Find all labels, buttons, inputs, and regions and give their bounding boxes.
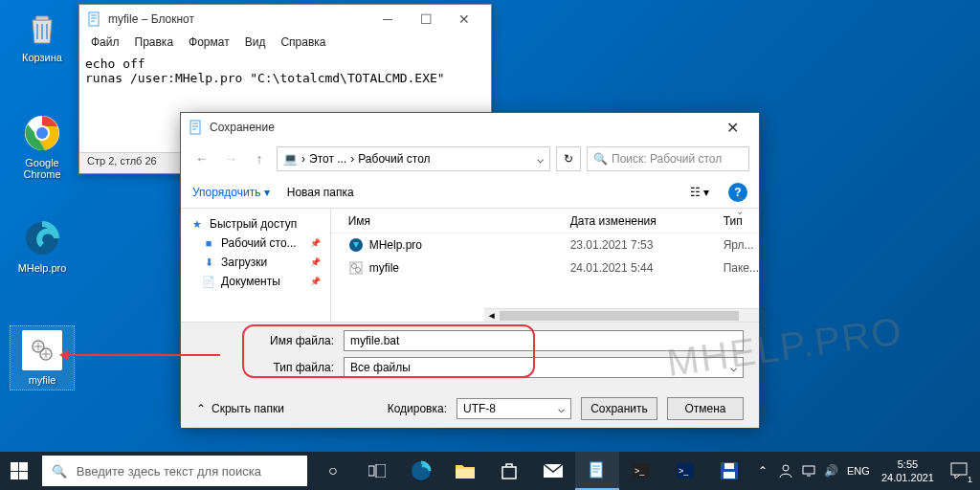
search-icon: 🔍 [52, 464, 67, 479]
svg-point-2 [36, 127, 48, 139]
desktop-icon-recycle[interactable]: Корзина [10, 8, 75, 63]
minimize-button[interactable]: ─ [368, 6, 407, 33]
menu-view[interactable]: Вид [237, 33, 274, 55]
view-options-button[interactable]: ☷ ▾ [688, 183, 711, 202]
notepad-title: myfile – Блокнот [108, 12, 368, 26]
annotation-arrow [65, 354, 220, 356]
shortcut-icon [348, 237, 364, 253]
filetype-select[interactable]: Все файлы⌵ [344, 357, 744, 378]
taskbar-save-icon[interactable] [707, 452, 751, 490]
notepad-icon [87, 11, 102, 27]
save-dialog-toolbar: Упорядочить ▾ Новая папка ☷ ▾ ? [181, 176, 759, 209]
taskbar-cmd[interactable]: >_ [619, 452, 663, 490]
menu-file[interactable]: Файл [83, 33, 127, 55]
pin-icon: 📌 [310, 238, 321, 248]
taskbar-edge[interactable] [399, 452, 443, 490]
pin-icon: 📌 [310, 257, 321, 267]
organize-button[interactable]: Упорядочить ▾ [192, 186, 270, 199]
taskbar-store[interactable] [487, 452, 531, 490]
tray-people-icon[interactable] [774, 452, 797, 490]
save-dialog-fields: Имя файла: Тип файла: Все файлы⌵ [181, 322, 759, 390]
desktop-icon-label: myfile [14, 374, 70, 386]
notepad-content[interactable]: echo off runas /user:MHelp.pro "C:\total… [79, 55, 491, 87]
taskbar-powershell[interactable]: >_ [663, 452, 707, 490]
breadcrumb-part[interactable]: Этот ... [309, 152, 346, 166]
horizontal-scrollbar[interactable]: ◄ [484, 308, 759, 322]
pin-icon: 📌 [310, 277, 321, 286]
svg-text:>_: >_ [679, 466, 689, 476]
batch-file-icon [348, 260, 364, 276]
menu-edit[interactable]: Правка [127, 33, 182, 55]
task-view-button[interactable] [355, 452, 399, 490]
desktop-icon-chrome[interactable]: Google Chrome [10, 113, 75, 180]
save-dialog-titlebar[interactable]: Сохранение ✕ [181, 113, 759, 142]
svg-rect-13 [376, 464, 386, 478]
batch-file-icon [22, 330, 62, 370]
search-input[interactable]: 🔍 Поиск: Рабочий стол [587, 146, 749, 171]
search-placeholder: Поиск: Рабочий стол [612, 152, 722, 166]
file-row[interactable]: myfile 24.01.2021 5:44 Паке... [331, 256, 759, 279]
taskbar: 🔍 Введите здесь текст для поиска ○ >_ >_… [0, 452, 980, 490]
nav-up-button[interactable]: ↑ [248, 147, 271, 170]
start-button[interactable] [0, 452, 38, 490]
column-date[interactable]: Дата изменения [570, 214, 724, 228]
desktop-icon: ■ [202, 236, 215, 250]
notification-count: 1 [968, 475, 972, 484]
svg-rect-12 [368, 466, 374, 476]
sidebar-documents[interactable]: 📄 Документы 📌 [185, 272, 326, 291]
cortana-button[interactable]: ○ [311, 452, 355, 490]
chrome-icon [22, 113, 62, 153]
menu-help[interactable]: Справка [273, 33, 333, 55]
taskbar-mail[interactable] [531, 452, 575, 490]
nav-back-button[interactable]: ← [190, 147, 213, 170]
file-row[interactable]: MHelp.pro 23.01.2021 7:53 Ярл... [331, 234, 759, 256]
tray-network-icon[interactable] [797, 452, 820, 490]
breadcrumb[interactable]: 💻 › Этот ... › Рабочий стол ⌵ [277, 146, 550, 171]
pc-icon: 💻 [283, 152, 298, 166]
close-button[interactable]: ✕ [445, 6, 483, 33]
save-dialog: Сохранение ✕ ← → ↑ 💻 › Этот ... › Рабочи… [180, 112, 760, 426]
close-button[interactable]: ✕ [713, 114, 751, 141]
filename-input[interactable] [344, 330, 744, 351]
edge-icon [22, 218, 62, 258]
desktop-icon-mhelp[interactable]: MHelp.pro [10, 218, 75, 274]
save-dialog-navbar: ← → ↑ 💻 › Этот ... › Рабочий стол ⌵ ↻ 🔍 … [181, 142, 759, 176]
cursor-position: Стр 2, стлб 26 [87, 155, 157, 167]
tray-notifications[interactable]: 1 [942, 452, 976, 490]
column-scroll[interactable]: ⌃⌄ [736, 195, 744, 216]
tray-language[interactable]: ENG [843, 452, 874, 490]
tray-chevron-up[interactable]: ⌃ [751, 452, 774, 490]
taskbar-search[interactable]: 🔍 Введите здесь текст для поиска [42, 456, 307, 486]
encoding-select[interactable]: UTF-8⌵ [457, 398, 571, 419]
breadcrumb-part[interactable]: Рабочий стол [358, 152, 430, 166]
maximize-button[interactable]: ☐ [407, 6, 445, 33]
svg-rect-15 [456, 469, 475, 479]
column-name[interactable]: Имя [331, 214, 570, 228]
taskbar-notepad[interactable] [575, 452, 619, 490]
cancel-button[interactable]: Отмена [667, 397, 744, 420]
nav-forward-button[interactable]: → [219, 147, 242, 170]
tray-volume-icon[interactable]: 🔊 [820, 452, 843, 490]
notepad-titlebar[interactable]: myfile – Блокнот ─ ☐ ✕ [79, 5, 491, 33]
menu-format[interactable]: Формат [181, 33, 237, 55]
filename-label: Имя файла: [257, 334, 334, 347]
svg-text:>_: >_ [635, 466, 645, 476]
tray-clock[interactable]: 5:55 24.01.2021 [874, 457, 942, 485]
documents-icon: 📄 [202, 275, 215, 288]
new-folder-button[interactable]: Новая папка [287, 186, 354, 199]
svg-rect-6 [89, 12, 99, 26]
hide-folders-button[interactable]: ⌃Скрыть папки [196, 402, 284, 415]
taskbar-explorer[interactable] [443, 452, 487, 490]
svg-rect-27 [951, 463, 967, 475]
save-dialog-title: Сохранение [210, 121, 713, 134]
file-list: ⌃⌄ Имя Дата изменения Тип MHelp.pro 23.0… [331, 209, 759, 322]
desktop-icon-label: MHelp.pro [10, 262, 75, 274]
filetype-label: Тип файла: [257, 361, 334, 374]
refresh-button[interactable]: ↻ [556, 146, 581, 171]
desktop-icon-label: Корзина [10, 52, 75, 63]
sidebar-downloads[interactable]: ⬇ Загрузки 📌 [185, 253, 326, 272]
sidebar-quick-access[interactable]: ★ Быстрый доступ [185, 214, 326, 234]
save-button[interactable]: Сохранить [581, 397, 657, 420]
sidebar-desktop[interactable]: ■ Рабочий сто... 📌 [185, 234, 326, 253]
svg-rect-7 [190, 121, 200, 134]
